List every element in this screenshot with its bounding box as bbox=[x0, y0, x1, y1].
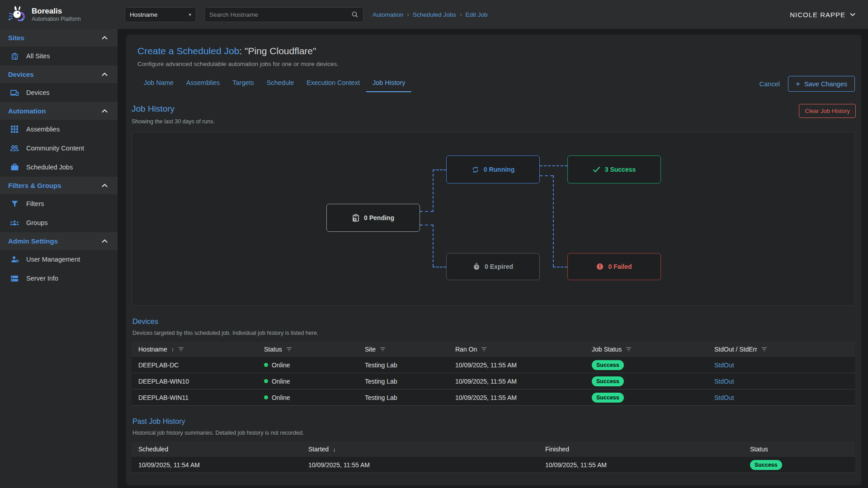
save-changes-label: Save Changes bbox=[804, 80, 847, 88]
sidebar-item-all-sites[interactable]: All Sites bbox=[0, 47, 118, 66]
column-header-stdout[interactable]: StdOut / StdErr bbox=[708, 346, 855, 353]
tab-job-history[interactable]: Job History bbox=[366, 75, 412, 92]
flow-node-label: 0 Running bbox=[484, 166, 514, 173]
user-menu[interactable]: NICOLE RAPPE bbox=[790, 11, 855, 19]
column-header-status[interactable]: Status bbox=[743, 446, 855, 453]
stdout-link[interactable]: StdOut bbox=[714, 361, 734, 369]
flow-node-running[interactable]: 0 Running bbox=[446, 155, 540, 183]
job-status-flowchart: 0 Pending 0 Running 3 Success 0 Exp bbox=[132, 132, 855, 306]
stdout-cell: StdOut bbox=[708, 394, 855, 401]
sidebar-item-user-management[interactable]: User Management bbox=[0, 250, 118, 269]
brand-logo-block[interactable]: Borealis Automation Platform bbox=[0, 0, 118, 29]
status-cell: Online bbox=[257, 361, 358, 369]
status-text: Online bbox=[272, 394, 290, 401]
flow-node-expired[interactable]: 0 Expired bbox=[446, 253, 540, 280]
column-header-scheduled[interactable]: Scheduled bbox=[132, 446, 302, 453]
table-row[interactable]: 10/09/2025, 11:54 AM 10/09/2025, 11:55 A… bbox=[132, 457, 855, 473]
connector-line bbox=[433, 225, 434, 267]
sidebar-item-filters[interactable]: Filters bbox=[0, 194, 118, 213]
search-input[interactable] bbox=[209, 11, 351, 18]
table-row[interactable]: DEEPLAB-WIN10 Online Testing Lab 10/09/2… bbox=[132, 373, 855, 389]
tab-targets[interactable]: Targets bbox=[226, 75, 260, 92]
chevron-up-icon bbox=[102, 73, 108, 76]
stdout-link[interactable]: StdOut bbox=[714, 394, 734, 401]
filter-icon[interactable] bbox=[178, 347, 184, 352]
connector-line bbox=[433, 267, 446, 267]
sidebar-section-automation[interactable]: Automation bbox=[0, 102, 118, 120]
chevron-up-icon bbox=[102, 109, 108, 113]
finished-cell: 10/09/2025, 11:55 AM bbox=[538, 461, 743, 469]
error-icon bbox=[596, 263, 604, 270]
status-badge: Success bbox=[592, 393, 624, 403]
breadcrumb-separator: › bbox=[460, 11, 462, 18]
sidebar-item-scheduled-jobs[interactable]: Scheduled Jobs bbox=[0, 158, 118, 177]
table-row[interactable]: DEEPLAB-WIN11 Online Testing Lab 10/09/2… bbox=[132, 389, 855, 406]
clear-job-history-button[interactable]: Clear Job History bbox=[799, 104, 856, 118]
filter-icon[interactable] bbox=[761, 347, 767, 352]
breadcrumb-automation[interactable]: Automation bbox=[373, 11, 403, 18]
flow-node-pending[interactable]: 0 Pending bbox=[326, 204, 420, 232]
filter-icon[interactable] bbox=[380, 347, 386, 352]
cancel-button[interactable]: Cancel bbox=[760, 80, 780, 88]
flow-node-label: 0 Failed bbox=[608, 263, 632, 270]
past-job-history-heading: Past Job History bbox=[132, 418, 856, 426]
filter-icon[interactable] bbox=[286, 347, 292, 352]
hostname-select[interactable]: Hostname ▾ bbox=[125, 7, 196, 22]
table-row[interactable]: DEEPLAB-DC Online Testing Lab 10/09/2025… bbox=[132, 357, 855, 373]
ran-on-cell: 10/09/2025, 11:55 AM bbox=[448, 378, 585, 385]
column-label: Ran On bbox=[455, 346, 477, 353]
tab-schedule[interactable]: Schedule bbox=[260, 75, 300, 92]
sidebar-item-groups[interactable]: Groups bbox=[0, 213, 118, 232]
column-header-site[interactable]: Site bbox=[358, 346, 448, 353]
community-icon bbox=[10, 144, 19, 153]
page-title-suffix: : "Ping Cloudflare" bbox=[239, 46, 316, 56]
sidebar-item-label: Scheduled Jobs bbox=[26, 164, 73, 171]
sidebar-section-devices[interactable]: Devices bbox=[0, 66, 118, 83]
sidebar-item-server-info[interactable]: Server Info bbox=[0, 269, 118, 288]
tab-assemblies[interactable]: Assemblies bbox=[180, 75, 226, 92]
sidebar-item-assemblies[interactable]: Assemblies bbox=[0, 120, 118, 139]
column-header-hostname[interactable]: Hostname ↑ bbox=[132, 346, 257, 353]
filter-icon[interactable] bbox=[481, 347, 487, 352]
column-header-job-status[interactable]: Job Status bbox=[585, 346, 708, 353]
sort-desc-icon: ↓ bbox=[333, 446, 336, 453]
column-header-started[interactable]: Started↓ bbox=[302, 446, 538, 453]
column-label: Scheduled bbox=[138, 446, 168, 453]
sidebar-section-admin-settings[interactable]: Admin Settings bbox=[0, 232, 118, 250]
sidebar-section-filters-groups[interactable]: Filters & Groups bbox=[0, 177, 118, 194]
tab-execution-context[interactable]: Execution Context bbox=[300, 75, 366, 92]
column-label: Status bbox=[264, 346, 282, 353]
flow-node-failed[interactable]: 0 Failed bbox=[567, 253, 661, 280]
brand-name: Borealis bbox=[32, 7, 81, 16]
column-label: Hostname bbox=[138, 346, 167, 353]
column-header-ran-on[interactable]: Ran On bbox=[448, 346, 585, 353]
stdout-cell: StdOut bbox=[708, 378, 855, 385]
chevron-up-icon bbox=[102, 239, 108, 243]
search-box[interactable] bbox=[204, 7, 363, 22]
job-status-cell: Success bbox=[585, 360, 708, 370]
job-history-heading-block: Job History Showing the last 30 days of … bbox=[132, 104, 215, 125]
breadcrumb-edit-job[interactable]: Edit Job bbox=[466, 11, 488, 18]
status-badge: Success bbox=[592, 376, 624, 386]
breadcrumb-scheduled-jobs[interactable]: Scheduled Jobs bbox=[413, 11, 456, 18]
rabbit-logo-icon bbox=[6, 4, 27, 25]
sidebar-item-devices[interactable]: Devices bbox=[0, 83, 118, 102]
stdout-link[interactable]: StdOut bbox=[714, 378, 734, 385]
flow-node-label: 3 Success bbox=[605, 166, 636, 173]
section-label: Sites bbox=[8, 34, 24, 42]
flow-node-success[interactable]: 3 Success bbox=[567, 155, 661, 183]
site-cell: Testing Lab bbox=[358, 378, 448, 385]
user-name: NICOLE RAPPE bbox=[790, 11, 845, 19]
save-changes-button[interactable]: + Save Changes bbox=[788, 76, 855, 92]
sidebar-item-label: Assemblies bbox=[26, 126, 60, 133]
tab-job-name[interactable]: Job Name bbox=[137, 75, 180, 92]
column-header-finished[interactable]: Finished bbox=[538, 446, 743, 453]
flow-node-label: 0 Pending bbox=[364, 214, 394, 221]
sidebar-section-sites[interactable]: Sites bbox=[0, 29, 118, 47]
column-header-status[interactable]: Status bbox=[257, 346, 358, 353]
connector-line bbox=[433, 169, 446, 170]
connector-line bbox=[553, 267, 567, 267]
sidebar-item-community-content[interactable]: Community Content bbox=[0, 139, 118, 158]
column-label: StdOut / StdErr bbox=[714, 346, 757, 353]
filter-icon[interactable] bbox=[626, 347, 632, 352]
